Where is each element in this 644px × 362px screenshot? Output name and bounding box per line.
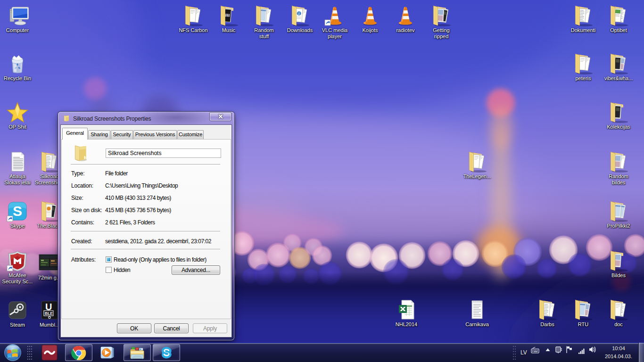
svg-text:BLE: BLE <box>45 311 53 316</box>
svg-text:S: S <box>13 203 22 219</box>
